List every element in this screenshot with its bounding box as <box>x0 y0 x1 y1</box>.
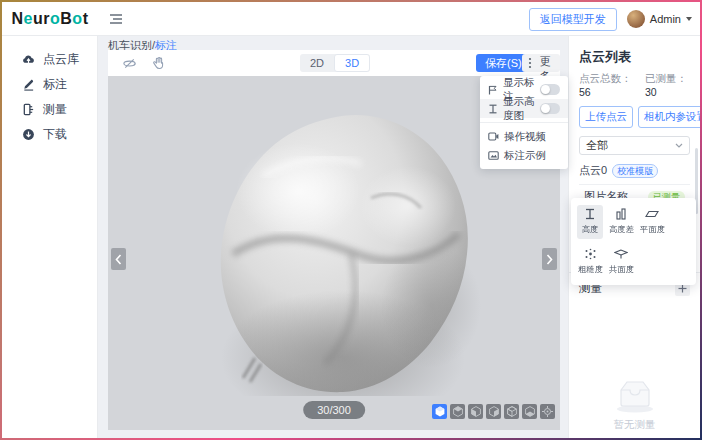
pointcloud-panel: 点云列表 点云总数：56 已测量：30 上传点云 相机内参设置 全部 点云0 校… <box>568 36 700 438</box>
logo: NeuroBot <box>2 2 98 36</box>
prev-image-button[interactable] <box>111 248 126 270</box>
cube-icon <box>435 406 445 417</box>
tool-label: 共面度 <box>609 264 634 276</box>
caret-down-icon <box>686 17 692 21</box>
sidebar-item-label: 标注 <box>43 76 67 93</box>
cube-bottom-icon <box>525 406 535 417</box>
cube-front-icon <box>471 406 481 417</box>
panel-stats: 点云总数：56 已测量：30 <box>579 72 690 98</box>
filter-select[interactable]: 全部 <box>579 136 690 155</box>
point-cloud-library-icon <box>22 53 35 66</box>
menu-item-annotation-example[interactable]: 标注示例 <box>480 146 568 165</box>
measure-icon <box>22 103 35 116</box>
template-row[interactable]: 点云0 校准模版 <box>579 163 690 185</box>
rotate-move-icon[interactable] <box>120 54 138 72</box>
filter-value: 全部 <box>586 138 608 153</box>
coplanarity-tool-icon <box>614 248 628 260</box>
show-heightmap-toggle[interactable] <box>540 103 560 114</box>
logo-text: t <box>83 10 89 28</box>
sidebar-item-pointcloud-library[interactable]: 点云库 <box>2 52 97 67</box>
plus-icon <box>678 284 687 293</box>
sidebar-item-label: 下载 <box>43 126 67 143</box>
view-mode-toggle: 2D 3D <box>300 54 370 72</box>
cube-top-icon <box>453 406 463 417</box>
view-mode-2d[interactable]: 2D <box>300 54 334 72</box>
reset-view-button[interactable] <box>540 404 555 419</box>
roughness-tool-icon <box>584 248 597 260</box>
neurobot-app: NeuroBot 返回模型开发 Admin 点云库 标注 测量 <box>2 2 700 438</box>
cube-side-icon <box>489 406 499 417</box>
tool-coplanarity[interactable]: 共面度 <box>608 245 634 279</box>
back-to-model-dev-button[interactable]: 返回模型开发 <box>529 8 617 31</box>
screenshot-frame: NeuroBot 返回模型开发 Admin 点云库 标注 测量 <box>0 0 702 440</box>
cube-back-icon <box>507 406 517 417</box>
image-example-icon <box>488 151 499 160</box>
view-bottom-button[interactable] <box>522 404 537 419</box>
empty-state-text: 暂无测量 <box>614 418 656 432</box>
empty-state: 暂无测量 <box>569 378 700 432</box>
sidebar-item-download[interactable]: 下载 <box>2 127 97 142</box>
tool-roughness[interactable]: 粗糙度 <box>577 245 603 279</box>
menu-item-show-heightmap[interactable]: 显示高度图 <box>480 99 568 118</box>
chevron-right-icon <box>546 254 553 265</box>
view-mode-3d[interactable]: 3D <box>334 54 370 72</box>
menu-item-label: 操作视频 <box>504 130 560 144</box>
tool-label: 高度 <box>582 224 599 236</box>
more-dropdown-menu: 显示标注 显示高度图 操作视频 标注示例 <box>480 76 568 169</box>
user-name: Admin <box>650 13 681 25</box>
annotate-icon <box>22 78 35 91</box>
menu-item-tutorial-video[interactable]: 操作视频 <box>480 127 568 146</box>
sidebar-item-label: 点云库 <box>43 51 79 68</box>
user-menu[interactable]: Admin <box>627 10 692 28</box>
panel-buttons: 上传点云 相机内参设置 <box>579 106 690 128</box>
logo-text: B <box>60 10 72 28</box>
flag-icon <box>488 85 498 95</box>
view-default-button[interactable] <box>432 404 447 419</box>
logo-text: ur <box>33 10 50 28</box>
flatness-tool-icon <box>645 208 659 220</box>
logo-text: o <box>72 10 82 28</box>
image-pager: 30/300 <box>303 401 365 419</box>
tool-label: 粗糙度 <box>578 264 603 276</box>
tool-height[interactable]: 高度 <box>577 205 603 239</box>
download-icon <box>22 128 35 141</box>
camera-intrinsics-button[interactable]: 相机内参设置 <box>638 106 700 128</box>
pan-hand-icon[interactable] <box>150 54 168 72</box>
tool-flatness[interactable]: 平面度 <box>639 205 665 239</box>
view-back-button[interactable] <box>504 404 519 419</box>
menu-item-label: 显示高度图 <box>503 95 535 123</box>
tooth-model <box>203 106 483 396</box>
sidebar-item-annotate[interactable]: 标注 <box>2 77 97 92</box>
more-button[interactable]: 更多 <box>522 54 560 72</box>
collapse-sidebar-icon[interactable] <box>108 11 124 27</box>
template-badge: 校准模版 <box>612 164 658 178</box>
sidebar-item-label: 测量 <box>43 101 67 118</box>
logo-text: o <box>50 10 60 28</box>
stat-value: 30 <box>645 86 657 98</box>
view-top-button[interactable] <box>450 404 465 419</box>
next-image-button[interactable] <box>542 248 557 270</box>
tool-height-diff[interactable]: 高度差 <box>608 205 634 239</box>
chevron-down-icon <box>675 143 683 148</box>
view-side-button[interactable] <box>486 404 501 419</box>
upload-pointcloud-button[interactable]: 上传点云 <box>579 106 633 128</box>
crosshair-icon <box>542 406 553 417</box>
tool-label: 高度差 <box>609 224 634 236</box>
view-cube-buttons <box>432 404 555 419</box>
height-tool-icon <box>584 208 596 220</box>
show-annotations-toggle[interactable] <box>540 84 560 95</box>
stat-label: 已测量： <box>645 72 687 84</box>
height-ibeam-icon <box>488 104 498 114</box>
video-icon <box>488 132 499 141</box>
sidebar-item-measure[interactable]: 测量 <box>2 102 97 117</box>
header-right: 返回模型开发 Admin <box>529 2 692 36</box>
stat-label: 点云总数： <box>579 72 632 84</box>
more-dots-icon <box>528 57 532 69</box>
stat-total: 点云总数：56 <box>579 72 633 98</box>
logo-text: e <box>24 10 33 28</box>
sidebar: 点云库 标注 测量 下载 <box>2 36 98 438</box>
tool-label: 平面度 <box>640 224 665 236</box>
view-front-button[interactable] <box>468 404 483 419</box>
canvas-toolbar: 2D 3D 保存(S) 更多 <box>108 50 560 76</box>
height-diff-tool-icon <box>615 208 627 220</box>
